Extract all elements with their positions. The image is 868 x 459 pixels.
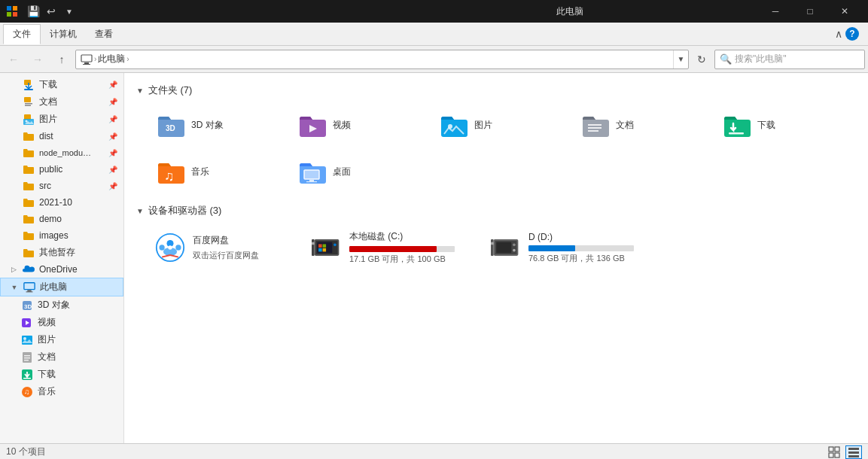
search-bar[interactable]: 🔍 搜索"此电脑" [714, 50, 865, 69]
pin-icon: 📌 [108, 115, 117, 123]
folder-desktop[interactable]: 桌面 [290, 151, 425, 192]
tab-computer[interactable]: 计算机 [41, 25, 86, 44]
tab-file[interactable]: 文件 [3, 24, 41, 44]
svg-rect-1 [13, 6, 17, 11]
sidebar-item-public[interactable]: public 📌 [0, 161, 123, 178]
list-view-button[interactable] [845, 445, 862, 459]
svg-rect-75 [848, 448, 859, 450]
sidebar-item-dist[interactable]: dist 📌 [0, 128, 123, 144]
sidebar-item-doc[interactable]: 文档 📌 [0, 93, 123, 111]
drive-d-info: D (D:) 76.8 GB 可用，共 136 GB [528, 232, 650, 264]
grid-view-button[interactable] [826, 445, 842, 459]
svg-rect-17 [27, 290, 31, 291]
baidu-info: 百度网盘 双击运行百度网盘 [193, 234, 292, 261]
onedrive-icon [23, 263, 35, 275]
folder-icon [23, 196, 35, 208]
maximize-button[interactable]: □ [793, 0, 827, 23]
pc-icon [23, 281, 35, 293]
content-area: ▼ 文件夹 (7) 3D 3D 对象 [124, 73, 868, 443]
sidebar-item-nodemodules[interactable]: node_modu… 📌 [0, 144, 123, 161]
folder-doc[interactable]: 文档 [573, 105, 708, 145]
sidebar-item-other[interactable]: 其他暂存 [0, 244, 123, 261]
baidu-name: 百度网盘 [193, 234, 292, 247]
folder-3d[interactable]: 3D 3D 对象 [148, 105, 284, 145]
folder-icon [23, 213, 35, 225]
folder-icon [23, 180, 35, 192]
svg-rect-66 [496, 242, 511, 254]
sidebar-item-images[interactable]: images [0, 227, 123, 244]
address-bar[interactable]: › 此电脑 › ▼ [75, 50, 689, 69]
svg-rect-60 [318, 244, 322, 248]
sidebar-item-thispc[interactable]: ▼ 此电脑 [0, 278, 123, 296]
window-controls: ─ □ ✕ [758, 0, 862, 23]
drive-d[interactable]: D (D:) 76.8 GB 可用，共 136 GB [484, 225, 657, 270]
close-button[interactable]: ✕ [827, 0, 862, 23]
folder-picture-icon [438, 110, 468, 140]
sidebar-item-src[interactable]: src 📌 [0, 178, 123, 194]
folder-video[interactable]: 视频 [290, 105, 425, 145]
sidebar-label: images [39, 230, 69, 241]
drive-c-info: 本地磁盘 (C:) 17.1 GB 可用，共 100 GB [349, 230, 471, 265]
section-arrow: ▼ [136, 87, 144, 95]
folders-section-header[interactable]: ▼ 文件夹 (7) [136, 84, 856, 97]
address-parts: › 此电脑 › [76, 53, 673, 65]
back-button[interactable]: ← [3, 49, 24, 70]
svg-rect-3 [13, 12, 17, 17]
status-bar-right [826, 445, 862, 459]
address-this-pc[interactable]: 此电脑 [98, 53, 125, 65]
sidebar-item-demo[interactable]: demo [0, 211, 123, 227]
svg-rect-7 [24, 80, 31, 85]
address-pc-icon[interactable] [81, 53, 93, 65]
drive-c-name: 本地磁盘 (C:) [349, 230, 471, 243]
sidebar-item-download[interactable]: 下载 📌 [0, 76, 123, 93]
sidebar-item-picture-sub[interactable]: 图片 [0, 331, 123, 348]
svg-rect-16 [24, 282, 35, 289]
address-dropdown-button[interactable]: ▼ [673, 50, 688, 68]
title-bar-left: 💾 ↩ ▼ [6, 4, 382, 19]
folder-download-icon [721, 110, 751, 140]
help-icon[interactable]: ? [845, 27, 859, 41]
pin-icon: 📌 [108, 81, 117, 89]
folder-download[interactable]: 下载 [714, 105, 850, 145]
sidebar-item-picture[interactable]: 图片 📌 [0, 111, 123, 128]
folder-music[interactable]: ♫ 音乐 [148, 151, 284, 192]
sidebar-label: 下载 [38, 368, 56, 381]
undo-icon[interactable]: ↩ [44, 4, 59, 19]
sidebar-item-music-sub[interactable]: ♫ 音乐 [0, 383, 123, 400]
sidebar-item-doc-sub[interactable]: 文档 [0, 348, 123, 366]
sidebar-item-download-sub[interactable]: 下载 [0, 366, 123, 383]
forward-button[interactable]: → [27, 49, 48, 70]
minimize-button[interactable]: ─ [758, 0, 793, 23]
drive-d-bar [528, 245, 634, 251]
svg-rect-5 [84, 62, 89, 64]
svg-point-24 [23, 337, 26, 340]
nav-bar: ← → ↑ › 此电脑 › ▼ ↻ 🔍 搜索"此电脑" [0, 46, 868, 73]
sidebar-item-video-sub[interactable]: 视频 [0, 314, 123, 331]
svg-rect-37 [588, 124, 602, 126]
drive-baidu[interactable]: 百度网盘 双击运行百度网盘 [148, 225, 299, 270]
drives-section-header[interactable]: ▼ 设备和驱动器 (3) [136, 204, 856, 217]
refresh-button[interactable]: ↻ [692, 50, 711, 69]
sidebar-label: 视频 [38, 316, 56, 329]
sidebar-label: 图片 [38, 333, 56, 346]
svg-rect-38 [588, 127, 602, 129]
svg-rect-73 [829, 453, 833, 457]
folder-picture[interactable]: 图片 [431, 105, 567, 145]
item-count: 10 个项目 [6, 445, 46, 458]
dropdown-icon[interactable]: ▼ [62, 4, 77, 19]
svg-rect-40 [729, 132, 744, 135]
tab-view[interactable]: 查看 [86, 25, 122, 44]
app-icon [6, 5, 18, 17]
up-button[interactable]: ↑ [51, 49, 72, 70]
ribbon-expand[interactable]: ∧ ? [829, 27, 865, 41]
quick-access-bar: 💾 ↩ ▼ [26, 4, 77, 19]
sidebar-item-3d-sub[interactable]: 3D 3D 对象 [0, 296, 123, 314]
svg-rect-4 [81, 55, 92, 62]
drive-c[interactable]: 本地磁盘 (C:) 17.1 GB 可用，共 100 GB [305, 225, 478, 270]
folder-video-label: 视频 [333, 119, 351, 132]
save-icon[interactable]: 💾 [26, 4, 41, 19]
sidebar-item-onedrive[interactable]: ▷ OneDrive [0, 261, 123, 278]
sidebar-item-2021-10[interactable]: 2021-10 [0, 194, 123, 211]
svg-point-51 [168, 245, 172, 249]
address-sep2: › [126, 55, 129, 63]
